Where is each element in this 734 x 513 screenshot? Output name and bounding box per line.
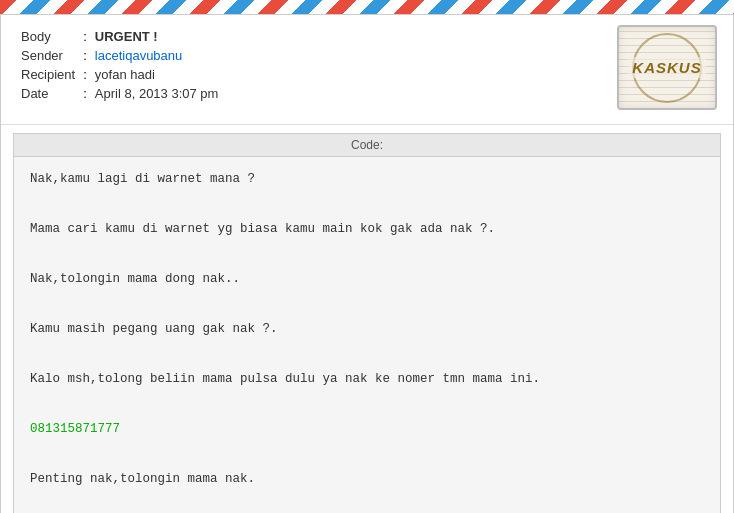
code-line-5: Penting nak,tolongin mama nak. bbox=[30, 467, 704, 492]
code-header: Code: bbox=[14, 134, 720, 157]
airmail-border bbox=[0, 0, 734, 14]
phone-number: 081315871777 bbox=[30, 417, 704, 442]
code-line-spacer-4 bbox=[30, 392, 704, 417]
date-label: Date bbox=[17, 84, 79, 103]
date-row: Date : April 8, 2013 3:07 pm bbox=[17, 84, 222, 103]
body-colon: : bbox=[79, 27, 91, 46]
code-line-0: Nak,kamu lagi di warnet mana ? bbox=[30, 167, 704, 192]
stamp-inner: KASKUS bbox=[619, 27, 715, 108]
code-line-spacer-5 bbox=[30, 442, 704, 467]
sender-value[interactable]: lacetiqavubanu bbox=[91, 46, 223, 65]
code-line-spacer-6 bbox=[30, 492, 704, 513]
date-value: April 8, 2013 3:07 pm bbox=[91, 84, 223, 103]
code-line-spacer-3 bbox=[30, 342, 704, 367]
sender-label: Sender bbox=[17, 46, 79, 65]
recipient-value: yofan hadi bbox=[91, 65, 223, 84]
sender-colon: : bbox=[79, 46, 91, 65]
code-line-spacer-1 bbox=[30, 242, 704, 267]
code-line-1: Mama cari kamu di warnet yg biasa kamu m… bbox=[30, 217, 704, 242]
recipient-colon: : bbox=[79, 65, 91, 84]
body-row: Body : URGENT ! bbox=[17, 27, 222, 46]
body-value: URGENT ! bbox=[91, 27, 223, 46]
stamp: KASKUS bbox=[617, 25, 717, 110]
code-line-spacer-0 bbox=[30, 192, 704, 217]
code-line-spacer-2 bbox=[30, 292, 704, 317]
sender-row: Sender : lacetiqavubanu bbox=[17, 46, 222, 65]
code-section: Code: Nak,kamu lagi di warnet mana ? Mam… bbox=[13, 133, 721, 513]
code-line-2: Nak,tolongin mama dong nak.. bbox=[30, 267, 704, 292]
code-line-3: Kamu masih pegang uang gak nak ?. bbox=[30, 317, 704, 342]
stamp-brand: KASKUS bbox=[628, 57, 705, 78]
email-container: Body : URGENT ! Sender : lacetiqavubanu … bbox=[0, 14, 734, 513]
urgent-text: URGENT ! bbox=[95, 29, 158, 44]
header-table: Body : URGENT ! Sender : lacetiqavubanu … bbox=[17, 27, 222, 103]
date-colon: : bbox=[79, 84, 91, 103]
email-header: Body : URGENT ! Sender : lacetiqavubanu … bbox=[1, 15, 733, 125]
code-line-4: Kalo msh,tolong beliin mama pulsa dulu y… bbox=[30, 367, 704, 392]
body-label: Body bbox=[17, 27, 79, 46]
recipient-row: Recipient : yofan hadi bbox=[17, 65, 222, 84]
code-body: Nak,kamu lagi di warnet mana ? Mama cari… bbox=[14, 157, 720, 513]
recipient-label: Recipient bbox=[17, 65, 79, 84]
sender-link[interactable]: lacetiqavubanu bbox=[95, 48, 182, 63]
